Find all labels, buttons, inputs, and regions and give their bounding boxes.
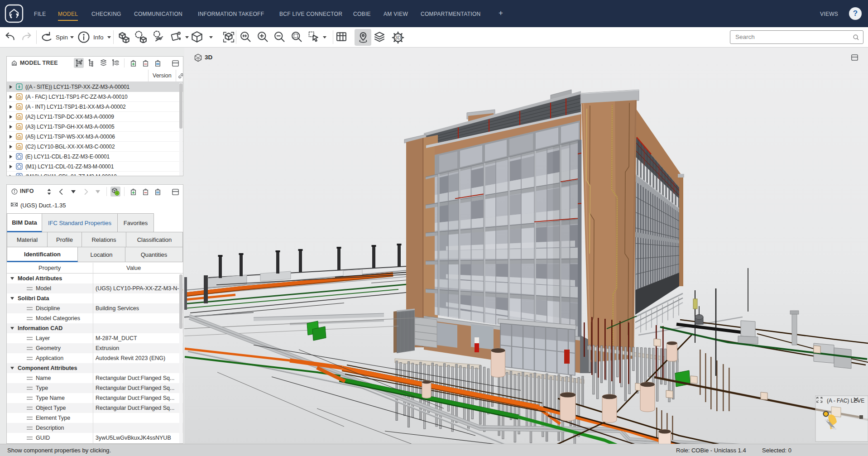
svg-text:(A - FAC) LEVE: (A - FAC) LEVE [827, 398, 864, 404]
svg-text:3D: 3D [395, 35, 401, 40]
